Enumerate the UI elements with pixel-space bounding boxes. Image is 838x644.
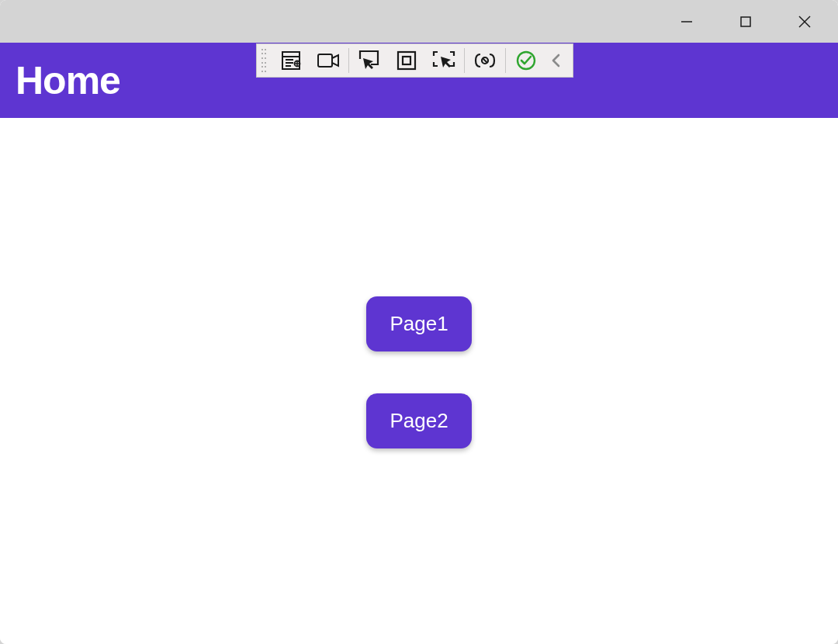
collapse-chevron-left-icon: [550, 52, 563, 69]
toolbar-drag-grip[interactable]: [261, 47, 269, 74]
svg-rect-12: [318, 54, 332, 67]
display-layout-adorners-icon: [396, 50, 417, 71]
svg-rect-13: [398, 52, 415, 69]
svg-line-16: [483, 58, 487, 62]
track-focused-element-icon: [431, 49, 456, 72]
svg-rect-1: [741, 17, 750, 26]
collapse-toolbar-button[interactable]: [545, 45, 568, 76]
toolbar-separator: [464, 48, 465, 73]
toolbar-separator: [505, 48, 506, 73]
page-title: Home: [16, 58, 120, 103]
content-area: Page1 Page2: [0, 118, 838, 644]
minimize-button[interactable]: [669, 9, 705, 34]
page1-button[interactable]: Page1: [366, 296, 472, 351]
titlebar: [0, 0, 838, 43]
binding-diagnostics-icon: [473, 50, 497, 71]
app-window: Home: [0, 0, 838, 644]
track-focused-element-button[interactable]: [425, 45, 462, 76]
maximize-button[interactable]: [728, 9, 764, 34]
page2-button[interactable]: Page2: [366, 393, 472, 448]
hot-reload-ok-icon: [515, 50, 537, 71]
dev-diagnostics-toolbar[interactable]: [256, 43, 573, 78]
record-button[interactable]: [310, 45, 347, 76]
live-visual-tree-icon: [280, 50, 302, 71]
maximize-icon: [739, 15, 753, 29]
select-element-icon: [358, 49, 381, 72]
select-element-button[interactable]: [351, 45, 388, 76]
display-layout-adorners-button[interactable]: [388, 45, 425, 76]
binding-diagnostics-button[interactable]: [466, 45, 504, 76]
live-visual-tree-button[interactable]: [272, 45, 310, 76]
hot-reload-status-button[interactable]: [507, 45, 545, 76]
minimize-icon: [680, 15, 694, 29]
toolbar-separator: [348, 48, 349, 73]
record-icon: [317, 52, 340, 69]
close-icon: [797, 14, 812, 29]
app-header: Home: [0, 43, 838, 118]
svg-rect-14: [403, 57, 410, 64]
close-button[interactable]: [787, 9, 822, 34]
